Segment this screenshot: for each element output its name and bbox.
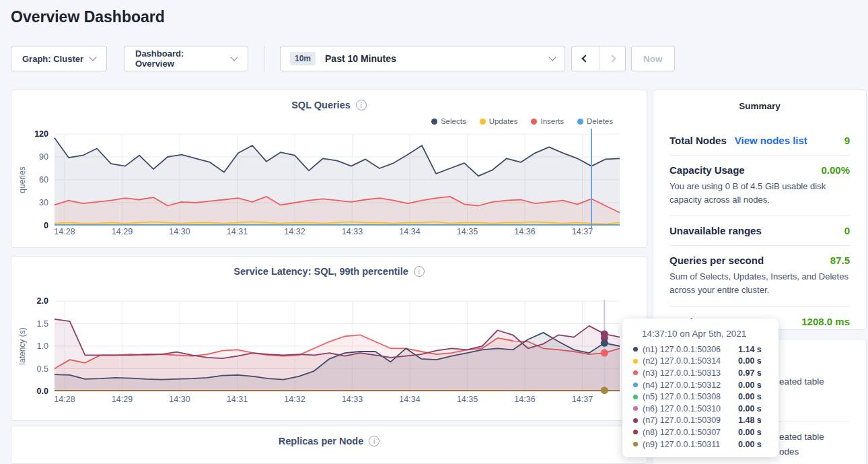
x-tick-label: 14:28 [54,227,75,236]
node-color-dot-icon [633,406,638,411]
queries-per-second-description: Sum of Selects, Updates, Inserts, and De… [670,270,850,297]
queries-per-second-value: 87.5 [830,255,850,266]
time-range-arrows [571,46,626,71]
capacity-usage-description: You are using 0 B of 4.5 GiB usable disk… [670,180,850,207]
capacity-usage-label: Capacity Usage [670,164,745,176]
service-latency-chart[interactable]: 14:2814:2914:3014:3114:3214:3314:3414:35… [11,257,648,422]
tooltip-node-row: (n6) 127.0.0.1:503100.00 s [632,403,770,415]
service-latency-chart-card: Service Latency: SQL, 99th percentile i … [11,256,647,421]
summary-row-qps: Queries per second 87.5 Sum of Selects, … [670,245,850,306]
x-tick-label: 14:32 [284,227,305,236]
unavailable-ranges-label: Unavailable ranges [670,225,762,236]
x-tick-label: 14:32 [284,395,305,404]
y-axis-title: latency (s) [17,327,27,364]
x-tick-label: 14:37 [572,395,593,404]
summary-row-unavailable-ranges: Unavailable ranges 0 [670,216,850,245]
node-address: (n1) 127.0.0.1:50306 [643,345,738,354]
y-tick-label: 0.5 [37,364,48,374]
graph-dropdown[interactable]: Graph: Cluster [11,46,107,71]
y-axis-title: queries [17,166,27,193]
node-color-dot-icon [633,383,638,387]
capacity-usage-value: 0.00% [821,164,850,176]
page-title: Overview Dashboard [11,8,165,26]
tooltip-node-row: (n7) 127.0.0.1:503091.48 s [632,415,770,427]
node-color-dot-icon [633,442,638,446]
tooltip-node-row: (n4) 127.0.0.1:503120.00 s [632,379,770,391]
time-range-label: Past 10 Minutes [325,53,550,64]
x-tick-label: 14:37 [572,227,593,236]
x-tick-label: 14:30 [169,227,190,236]
node-latency-value: 1.14 s [738,345,762,354]
x-tick-label: 14:29 [112,395,133,404]
node-latency-value: 0.00 s [738,428,762,437]
event-item-fragment: odes [779,446,799,457]
summary-header: Summary [670,101,850,111]
y-tick-label: 1.5 [37,319,48,329]
chevron-down-icon [548,53,556,61]
toolbar: Graph: Cluster Dashboard: Overview 10m P… [11,46,675,71]
hover-dot [601,339,608,347]
x-tick-label: 14:31 [227,227,248,236]
event-item-fragment: eated table [779,376,824,387]
info-icon[interactable]: i [369,436,379,446]
node-latency-value: 0.00 s [738,356,762,366]
chevron-left-icon [581,55,589,62]
summary-row-capacity: Capacity Usage 0.00% You are using 0 B o… [670,155,850,216]
prev-range-button[interactable] [572,46,599,71]
node-address: (n8) 127.0.0.1:50307 [643,428,738,437]
node-address: (n9) 127.0.0.1:50311 [643,440,738,449]
tooltip-node-row: (n8) 127.0.0.1:503070.00 s [632,426,770,438]
summary-panel: Summary Total Nodes View nodes list 9 Ca… [653,90,867,330]
chart-title-row: Replicas per Node i [11,436,647,446]
x-tick-label: 14:34 [399,395,420,404]
dashboard-dropdown-label: Dashboard: Overview [135,48,225,69]
graph-dropdown-label: Graph: Cluster [22,54,83,64]
x-tick-label: 14:28 [54,395,75,404]
chevron-down-icon [89,53,96,61]
chart-hover-tooltip: 14:37:10 on Apr 5th, 2021 (n1) 127.0.0.1… [622,319,779,457]
tooltip-node-row: (n2) 127.0.0.1:503140.00 s [632,356,770,368]
dashboard-dropdown[interactable]: Dashboard: Overview [124,46,248,71]
x-tick-label: 14:35 [457,395,478,404]
node-address: (n2) 127.0.0.1:50314 [643,356,738,366]
node-latency-value: 0.00 s [738,380,762,390]
now-button[interactable]: Now [631,46,675,71]
sql-queries-chart-card: SQL Queries i SelectsUpdatesInsertsDelet… [11,90,647,248]
y-tick-label: 60 [39,175,48,185]
x-tick-label: 14:35 [457,227,478,236]
x-tick-label: 14:33 [342,395,363,404]
y-tick-label: 1.0 [37,341,48,351]
overview-dashboard-page: Overview Dashboard Graph: Cluster Dashbo… [0,0,868,464]
total-nodes-value: 9 [844,135,850,146]
unavailable-ranges-value: 0 [844,225,850,236]
view-nodes-list-link[interactable]: View nodes list [735,135,807,146]
node-color-dot-icon [633,347,638,352]
y-tick-label: 30 [39,198,48,207]
x-tick-label: 14:36 [514,227,535,236]
x-tick-label: 14:30 [169,395,190,404]
p99-latency-value: 1208.0 ms [801,316,850,327]
tooltip-rows: (n1) 127.0.0.1:503061.14 s(n2) 127.0.0.1… [632,343,770,450]
node-latency-value: 1.48 s [738,416,762,425]
node-address: (n5) 127.0.0.1:50308 [643,392,738,401]
event-item-fragment: eated table [779,432,824,442]
x-tick-label: 14:36 [514,395,535,404]
y-tick-label: 90 [39,152,48,162]
tooltip-node-row: (n5) 127.0.0.1:503080.00 s [632,391,770,403]
tooltip-node-row: (n9) 127.0.0.1:503110.00 s [632,438,770,451]
node-latency-value: 0.00 s [738,404,762,413]
next-range-button[interactable] [599,46,626,71]
time-range-picker[interactable]: 10m Past 10 Minutes [280,46,565,71]
sql-queries-chart[interactable]: 14:2814:2914:3014:3114:3214:3314:3414:35… [11,90,648,248]
tooltip-timestamp: 14:37:10 on Apr 5th, 2021 [642,329,770,339]
node-address: (n6) 127.0.0.1:50310 [643,404,738,413]
tooltip-node-row: (n1) 127.0.0.1:503061.14 s [632,343,770,356]
x-tick-label: 14:34 [399,227,420,236]
time-range-badge: 10m [290,52,316,65]
replicas-per-node-chart-card: Replicas per Node i [11,426,647,464]
y-tick-label: 0 [44,221,48,230]
node-color-dot-icon [633,430,638,434]
toolbar-divider [264,46,264,71]
node-address: (n3) 127.0.0.1:50313 [643,368,738,378]
x-tick-label: 14:33 [342,227,363,236]
